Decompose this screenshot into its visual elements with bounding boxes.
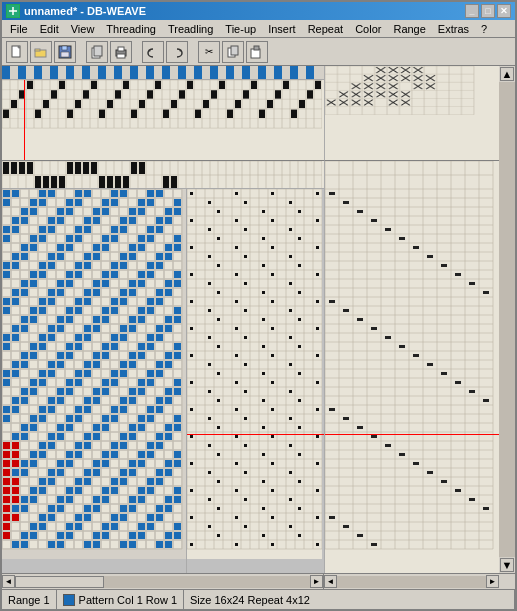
menu-color[interactable]: Color (349, 22, 387, 36)
scroll-right-button[interactable]: ► (310, 575, 323, 588)
title-text: unnamed* - DB-WEAVE (24, 5, 146, 17)
svg-rect-9 (61, 52, 69, 57)
treadling-area[interactable] (324, 189, 499, 573)
treadling-mid[interactable] (324, 161, 499, 189)
warp-color-band (2, 66, 324, 80)
open-button[interactable] (30, 41, 52, 63)
close-button[interactable]: ✕ (497, 4, 511, 18)
treadling-cursor-line (325, 434, 499, 435)
menu-help[interactable]: ? (475, 22, 493, 36)
menu-file[interactable]: File (4, 22, 34, 36)
menu-repeat[interactable]: Repeat (302, 22, 349, 36)
print-preview-button[interactable] (86, 41, 108, 63)
app-icon (6, 4, 20, 18)
weave-left-canvas (2, 189, 187, 559)
svg-rect-20 (254, 46, 259, 50)
corner-spacer (499, 574, 515, 589)
hscroll-track-left (15, 576, 310, 588)
menu-treadling[interactable]: Treadling (162, 22, 219, 36)
weave-right-canvas (187, 189, 322, 559)
svg-rect-8 (62, 46, 67, 50)
colored-weave[interactable] (2, 189, 187, 573)
right-panel: ▲ ▼ (324, 66, 515, 573)
menu-bar: File Edit View Threading Treadling Tie-u… (2, 20, 515, 38)
scroll-up-button[interactable]: ▲ (500, 67, 514, 81)
threading-area[interactable] (2, 80, 324, 160)
svg-rect-14 (117, 54, 125, 58)
undo-button[interactable] (142, 41, 164, 63)
toolbar: ✂ (2, 38, 515, 66)
treadling-top[interactable] (2, 161, 324, 189)
tieup-area[interactable] (324, 66, 499, 161)
threading-canvas[interactable] (2, 80, 322, 135)
main-left (2, 66, 324, 573)
scroll-track-v (499, 82, 515, 557)
minimize-button[interactable]: _ (465, 4, 479, 18)
vertical-scrollbar[interactable]: ▲ ▼ (499, 66, 515, 573)
range-segment: Range 1 (2, 590, 57, 609)
weave-cursor-line (187, 434, 324, 435)
menu-insert[interactable]: Insert (262, 22, 302, 36)
svg-rect-13 (118, 47, 124, 51)
save-button[interactable] (54, 41, 76, 63)
menu-tieup[interactable]: Tie-up (219, 22, 262, 36)
size-segment: Size 16x24 Repeat 4x12 (184, 590, 515, 609)
top-section (2, 66, 324, 161)
pattern-segment: Pattern Col 1 Row 1 (57, 590, 184, 609)
status-bar: Range 1 Pattern Col 1 Row 1 Size 16x24 R… (2, 589, 515, 609)
paste-button[interactable] (246, 41, 268, 63)
pattern-label: Pattern Col 1 Row 1 (79, 594, 177, 606)
menu-extras[interactable]: Extras (432, 22, 475, 36)
tieup-canvas (325, 66, 480, 121)
svg-rect-6 (35, 49, 40, 51)
cut-button[interactable]: ✂ (198, 41, 220, 63)
print-button[interactable] (110, 41, 132, 63)
right-hscrollbar[interactable]: ◄ ► (324, 574, 499, 589)
svg-rect-11 (94, 46, 102, 56)
bottom-scrollbars: ◄ ► ◄ ► (2, 573, 515, 589)
scroll-right-left-button[interactable]: ◄ (324, 575, 337, 588)
range-label: Range 1 (8, 594, 50, 606)
app-window: unnamed* - DB-WEAVE _ □ ✕ File Edit View… (0, 0, 517, 611)
window-controls: _ □ ✕ (465, 4, 511, 18)
treadling-canvas (325, 189, 499, 559)
threading-cursor (24, 80, 25, 160)
menu-threading[interactable]: Threading (100, 22, 162, 36)
hscroll-thumb-left[interactable] (15, 576, 104, 588)
treadling-mid-canvas (325, 161, 499, 189)
scroll-right-right-button[interactable]: ► (486, 575, 499, 588)
copy-button[interactable] (222, 41, 244, 63)
right-content (324, 66, 499, 573)
redo-button[interactable] (166, 41, 188, 63)
treadling-top-canvas (2, 161, 322, 189)
svg-rect-18 (231, 46, 238, 55)
scroll-left-button[interactable]: ◄ (2, 575, 15, 588)
weave-area (2, 189, 324, 573)
left-hscrollbar[interactable]: ◄ ► (2, 574, 324, 589)
menu-view[interactable]: View (65, 22, 101, 36)
color-band (2, 66, 322, 80)
size-label: Size 16x24 Repeat 4x12 (190, 594, 310, 606)
hscroll-track-right (337, 576, 486, 588)
scroll-down-button[interactable]: ▼ (500, 558, 514, 572)
maximize-button[interactable]: □ (481, 4, 495, 18)
color-indicator (63, 594, 75, 606)
title-bar: unnamed* - DB-WEAVE _ □ ✕ (2, 2, 515, 20)
menu-edit[interactable]: Edit (34, 22, 65, 36)
content-area: ▲ ▼ (2, 66, 515, 573)
structure-weave[interactable] (187, 189, 324, 573)
new-button[interactable] (6, 41, 28, 63)
menu-range[interactable]: Range (387, 22, 431, 36)
